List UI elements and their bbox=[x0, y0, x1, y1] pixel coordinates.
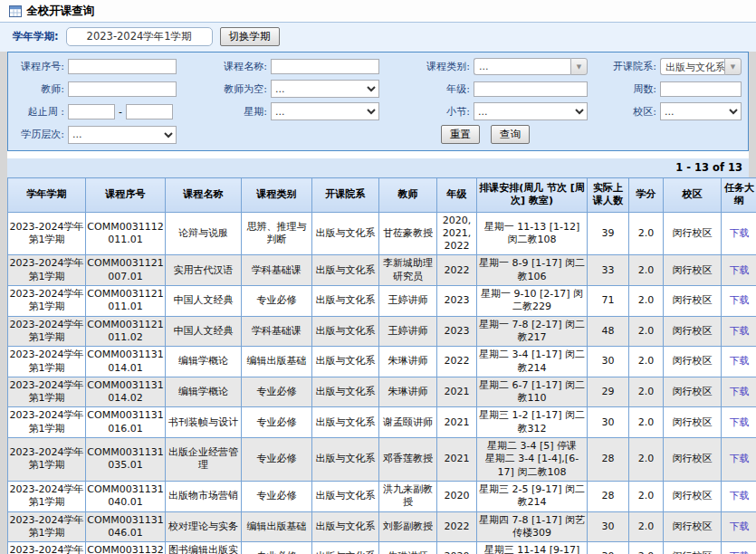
download-link[interactable]: 下载 bbox=[730, 227, 750, 239]
chevron-down-icon[interactable]: ▼ bbox=[570, 58, 588, 75]
download-link[interactable]: 下载 bbox=[730, 550, 750, 554]
cell-teacher: 谢孟颐讲师 bbox=[379, 407, 437, 438]
table-row: 2023-2024学年第1学期 COMM0031121011.02 中国人文经典… bbox=[8, 316, 756, 347]
download-link[interactable]: 下载 bbox=[730, 386, 750, 397]
cell-syllabus: 下载 bbox=[722, 255, 756, 286]
cell-category: 专业必修 bbox=[242, 481, 312, 511]
cell-teacher: 洪九来副教授 bbox=[379, 481, 437, 511]
cell-grade: 2022 bbox=[437, 255, 477, 286]
cell-schedule: 星期三 11-14 [9-17] 闵一教124 bbox=[477, 542, 588, 554]
cell-syllabus: 下载 bbox=[722, 407, 756, 438]
query-button[interactable]: 查询 bbox=[491, 125, 530, 144]
cell-teacher: 李新城助理研究员 bbox=[379, 255, 437, 286]
teacher-input[interactable] bbox=[68, 81, 177, 97]
department-combobox[interactable]: 出版与文化系 ▼ bbox=[660, 58, 742, 75]
week-range-fields: - bbox=[68, 104, 177, 119]
cell-course-name: 论辩与说服 bbox=[166, 212, 242, 255]
chevron-down-icon[interactable]: ▼ bbox=[724, 58, 742, 75]
term-label: 学年学期: bbox=[13, 30, 59, 43]
cell-teacher: 朱琳讲师 bbox=[379, 347, 437, 377]
cell-course-name: 校对理论与实务 bbox=[166, 511, 242, 542]
cell-teacher: 朱琳讲师 bbox=[379, 542, 437, 554]
page-header: 全校开课查询 bbox=[0, 0, 756, 23]
cell-course-no: COMM0031131014.02 bbox=[86, 377, 166, 407]
cell-schedule: 星期二 6-7 [1-17] 闵二教110 bbox=[477, 377, 588, 407]
cell-course-no: COMM0031132005.01 bbox=[86, 542, 166, 554]
cell-grade: 2022 bbox=[437, 347, 477, 377]
download-link[interactable]: 下载 bbox=[730, 325, 750, 337]
download-link[interactable]: 下载 bbox=[730, 521, 750, 532]
cell-credits: 2.0 bbox=[629, 212, 664, 255]
cell-category: 专业必修 bbox=[242, 377, 312, 407]
term-combobox[interactable]: 2023-2024学年1学期 bbox=[66, 27, 213, 46]
download-link[interactable]: 下载 bbox=[730, 416, 750, 428]
download-link[interactable]: 下载 bbox=[730, 490, 750, 501]
cell-grade: 2020 bbox=[437, 542, 477, 554]
cell-grade: 2021 bbox=[437, 407, 477, 438]
cell-department: 出版与文化系 bbox=[312, 286, 379, 317]
cell-grade: 2020 bbox=[437, 481, 477, 511]
campus-select[interactable]: ... bbox=[660, 102, 742, 120]
cell-syllabus: 下载 bbox=[722, 511, 756, 542]
table-header-row: 学年学期课程序号课程名称课程类别开课院系教师年级排课安排(周几 节次 [周次] … bbox=[8, 178, 756, 213]
weeks-input[interactable] bbox=[660, 81, 742, 97]
teacher-label: 教师: bbox=[15, 82, 64, 96]
period-select[interactable]: ... bbox=[474, 102, 588, 120]
course-name-label: 课程名称: bbox=[180, 60, 267, 73]
column-header: 教师 bbox=[379, 178, 437, 213]
cell-enrolled: 71 bbox=[588, 286, 629, 317]
cell-credits: 2.0 bbox=[629, 347, 664, 377]
cell-course-no: COMM0031121011.02 bbox=[86, 316, 166, 347]
cell-grade: 2023 bbox=[437, 286, 477, 317]
cell-teacher: 刘影副教授 bbox=[379, 511, 437, 542]
cell-grade: 2022 bbox=[437, 511, 477, 542]
pagination-status: 1 - 13 of 13 bbox=[7, 158, 749, 177]
cell-schedule: 星期三 1-2 [1-17] 闵二教312 bbox=[477, 407, 588, 438]
cell-course-no: COMM0031131035.01 bbox=[86, 438, 166, 482]
cell-campus: 闵行校区 bbox=[664, 212, 722, 255]
cell-schedule: 星期一 9-10 [2-17] 闵二教229 bbox=[477, 286, 588, 317]
cell-schedule: 星期二 3-4 [1-17] 闵二教214 bbox=[477, 347, 588, 377]
week-range-label: 起止周 : bbox=[15, 105, 64, 119]
cell-term: 2023-2024学年第1学期 bbox=[8, 511, 86, 542]
switch-term-button[interactable]: 切换学期 bbox=[220, 27, 280, 46]
cell-teacher: 邓香莲教授 bbox=[379, 438, 437, 482]
download-link[interactable]: 下载 bbox=[730, 355, 750, 367]
cell-enrolled: 33 bbox=[588, 255, 629, 286]
cell-term: 2023-2024学年第1学期 bbox=[8, 316, 86, 347]
cell-course-name: 中国人文经典 bbox=[166, 316, 242, 347]
cell-syllabus: 下载 bbox=[722, 438, 756, 482]
cell-department: 出版与文化系 bbox=[312, 511, 379, 542]
course-name-input[interactable] bbox=[271, 59, 379, 74]
table-row: 2023-2024学年第1学期 COMM0031121011.01 中国人文经典… bbox=[8, 286, 756, 317]
cell-credits: 2.0 bbox=[629, 511, 664, 542]
week-from-input[interactable] bbox=[68, 104, 115, 119]
table-row: 2023-2024学年第1学期 COMM0031132005.01 图书编辑出版… bbox=[8, 542, 756, 554]
degree-level-select[interactable]: ... bbox=[68, 126, 177, 144]
cell-category: 专业必修 bbox=[242, 286, 312, 317]
cell-syllabus: 下载 bbox=[722, 347, 756, 377]
teacher-empty-select[interactable]: ... bbox=[271, 80, 379, 98]
cell-credits: 2.0 bbox=[629, 255, 664, 286]
cell-grade: 2021 bbox=[437, 438, 477, 482]
course-no-input[interactable] bbox=[68, 59, 177, 74]
cell-category: 编辑出版基础 bbox=[242, 347, 312, 377]
cell-schedule: 星期一 8-9 [1-17] 闵二教106 bbox=[477, 255, 588, 286]
download-link[interactable]: 下载 bbox=[730, 453, 750, 464]
cell-course-no: COMM0031131046.01 bbox=[86, 511, 166, 542]
download-link[interactable]: 下载 bbox=[730, 294, 750, 306]
cell-term: 2023-2024学年第1学期 bbox=[8, 438, 86, 482]
week-to-input[interactable] bbox=[126, 104, 173, 119]
course-category-combobox[interactable]: ... ▼ bbox=[474, 58, 588, 75]
period-label: 小节: bbox=[383, 105, 470, 119]
column-header: 排课安排(周几 节次 [周次] 教室) bbox=[477, 178, 588, 213]
reset-button[interactable]: 重置 bbox=[441, 125, 480, 144]
cell-course-no: COMM0031131040.01 bbox=[86, 481, 166, 511]
weekday-select[interactable]: ... bbox=[271, 102, 379, 120]
download-link[interactable]: 下载 bbox=[730, 264, 750, 276]
cell-enrolled: 30 bbox=[588, 542, 629, 554]
cell-term: 2023-2024学年第1学期 bbox=[8, 407, 86, 438]
table-row: 2023-2024学年第1学期 COMM0031131046.01 校对理论与实… bbox=[8, 511, 756, 542]
grade-input[interactable] bbox=[474, 81, 588, 97]
cell-credits: 2.0 bbox=[629, 377, 664, 407]
